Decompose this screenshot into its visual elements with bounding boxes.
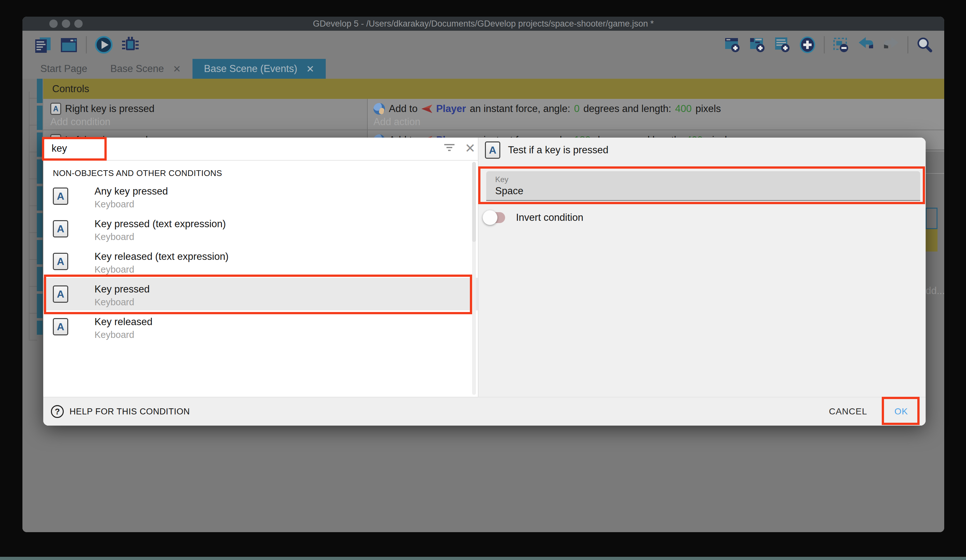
- help-link[interactable]: ? HELP FOR THIS CONDITION: [51, 405, 190, 418]
- event-selection-bars: [37, 79, 43, 335]
- list-item[interactable]: A Key released Keyboard: [43, 310, 478, 343]
- list-section-header: NON-OBJECTS AND OTHER CONDITIONS: [53, 168, 478, 180]
- event-row: A Right key is pressed Add condition Add…: [43, 99, 944, 130]
- filter-icon[interactable]: [444, 144, 455, 151]
- toolbar-separator: [824, 36, 825, 54]
- condition-group: Keyboard: [94, 264, 134, 275]
- debugger-bug-icon[interactable]: [121, 36, 139, 54]
- row-separator-fragment: [925, 151, 944, 151]
- condition-group: Keyboard: [94, 199, 134, 210]
- action-text: Add to: [389, 103, 418, 115]
- conditions-cell[interactable]: A Right key is pressed Add condition: [43, 99, 368, 129]
- add-condition-link[interactable]: Add condition: [50, 116, 367, 128]
- list-item[interactable]: A Any key pressed Keyboard: [43, 180, 478, 213]
- toggle-thumb[interactable]: [483, 210, 498, 225]
- project-manager-icon[interactable]: [33, 36, 52, 54]
- annotation-key-pressed-item-box: [44, 275, 472, 314]
- event-group-fragment: [926, 229, 938, 252]
- list-item[interactable]: A Key released (text expression) Keyboar…: [43, 245, 478, 278]
- add-event-icon[interactable]: [724, 36, 741, 54]
- tab-label: Start Page: [40, 63, 87, 75]
- clipped-placeholder-text: dd...: [926, 285, 944, 296]
- event-group-row[interactable]: Controls: [43, 79, 944, 99]
- tab-start-page[interactable]: Start Page: [29, 59, 99, 79]
- delete-event-icon[interactable]: [833, 36, 850, 54]
- scrollbar-thumb[interactable]: [472, 162, 476, 242]
- title-bar: GDevelop 5 - /Users/dkarakay/Documents/G…: [22, 16, 944, 31]
- annotation-search-box: [42, 137, 107, 160]
- keyboard-key-icon: A: [53, 318, 68, 336]
- force-action-icon: [373, 103, 385, 115]
- keyboard-key-icon: A: [53, 220, 68, 237]
- event-tree-ticks: [29, 98, 37, 341]
- close-icon[interactable]: ✕: [465, 141, 476, 156]
- condition-description: Test if a key is pressed: [508, 144, 609, 156]
- cancel-button[interactable]: CANCEL: [829, 406, 867, 417]
- condition-title: Any key pressed: [94, 186, 168, 197]
- toolbar-separator: [907, 36, 909, 54]
- add-action-link[interactable]: Add action: [373, 116, 944, 128]
- dialog-footer: ? HELP FOR THIS CONDITION CANCEL OK: [43, 397, 926, 426]
- add-comment-icon[interactable]: [774, 36, 791, 54]
- action-text: pixels: [695, 103, 721, 115]
- annotation-ok-button-box: [882, 397, 920, 425]
- angle-value: 0: [574, 103, 579, 115]
- tab-label: Base Scene (Events): [204, 63, 297, 75]
- desktop-edge: [0, 557, 966, 560]
- row-separator-fragment: [925, 173, 944, 174]
- undo-icon[interactable]: [858, 36, 875, 54]
- condition-text: Right key is pressed: [65, 103, 154, 115]
- keyboard-key-icon: A: [485, 141, 500, 159]
- add-subevent-icon[interactable]: [749, 36, 766, 54]
- scene-editor-icon[interactable]: [59, 36, 78, 54]
- editor-tabs: Start Page Base Scene ✕ Base Scene (Even…: [22, 59, 944, 79]
- help-icon: ?: [51, 405, 64, 418]
- condition-title: Key released (text expression): [94, 251, 229, 262]
- redo-icon[interactable]: [882, 36, 900, 54]
- list-item[interactable]: A Key pressed (text expression) Keyboard: [43, 213, 478, 245]
- length-value: 400: [675, 103, 692, 115]
- toolbar-separator: [86, 36, 87, 54]
- main-toolbar: [22, 31, 944, 59]
- invert-condition-toggle[interactable]: [485, 212, 505, 223]
- condition-title: Key released: [94, 316, 153, 327]
- selected-event-outline-fragment: [926, 208, 938, 229]
- tab-close-icon[interactable]: ✕: [306, 63, 314, 75]
- zoom-window-button[interactable]: [74, 20, 83, 28]
- condition-list-panel: key ✕ NON-OBJECTS AND OTHER CONDITIONS A…: [43, 138, 478, 397]
- annotation-key-field-box: [478, 166, 925, 204]
- player-object-icon: [422, 104, 432, 114]
- keyboard-key-icon: A: [50, 103, 61, 115]
- action-text: degrees and length:: [583, 103, 671, 115]
- tab-close-icon[interactable]: ✕: [173, 63, 181, 75]
- condition-title: Key pressed (text expression): [94, 218, 226, 230]
- desktop-background: GDevelop 5 - /Users/dkarakay/Documents/G…: [0, 0, 966, 560]
- action-text: an instant force, angle:: [470, 103, 570, 115]
- search-bar: key ✕: [43, 138, 478, 160]
- minimize-window-button[interactable]: [62, 20, 70, 28]
- add-new-icon[interactable]: [799, 36, 816, 54]
- actions-cell[interactable]: Add to Player an instant force, angle: 0…: [368, 99, 944, 129]
- tab-base-scene-events[interactable]: Base Scene (Events) ✕: [192, 59, 326, 79]
- condition-group: Keyboard: [94, 232, 134, 242]
- tab-base-scene[interactable]: Base Scene ✕: [99, 59, 192, 79]
- object-name: Player: [436, 103, 466, 115]
- close-window-button[interactable]: [49, 20, 58, 28]
- keyboard-key-icon: A: [53, 253, 68, 270]
- tab-label: Base Scene: [110, 63, 164, 75]
- play-preview-icon[interactable]: [94, 36, 113, 54]
- search-icon[interactable]: [916, 36, 933, 54]
- keyboard-key-icon: A: [53, 188, 68, 205]
- condition-group: Keyboard: [94, 329, 134, 340]
- window-title: GDevelop 5 - /Users/dkarakay/Documents/G…: [313, 19, 654, 29]
- invert-condition-label: Invert condition: [516, 212, 583, 223]
- help-label: HELP FOR THIS CONDITION: [69, 407, 190, 417]
